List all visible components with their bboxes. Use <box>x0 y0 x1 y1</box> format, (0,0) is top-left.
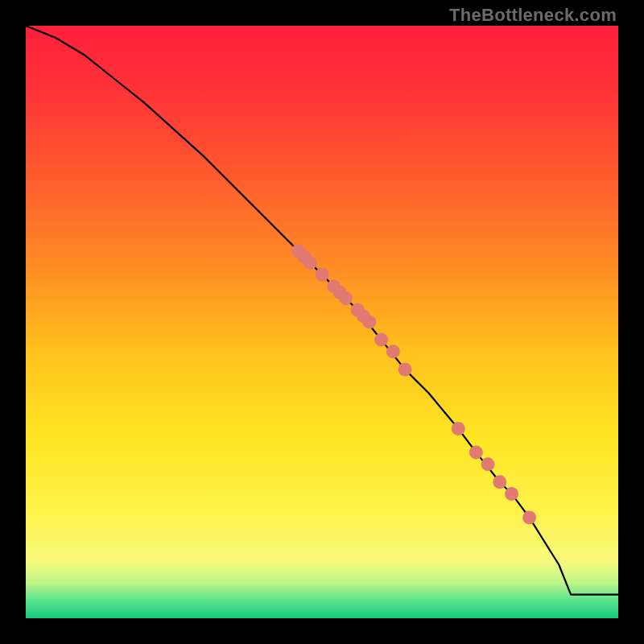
plot-area <box>26 26 618 618</box>
chart-svg <box>26 26 618 618</box>
data-point <box>339 291 353 305</box>
data-point <box>505 487 518 501</box>
data-point <box>303 256 317 270</box>
chart-frame: TheBottleneck.com <box>0 0 644 644</box>
gradient-background <box>26 26 618 618</box>
data-point <box>522 510 536 524</box>
watermark-label: TheBottleneck.com <box>449 5 617 26</box>
data-point <box>362 316 376 329</box>
data-point <box>452 422 465 436</box>
data-point <box>493 475 506 489</box>
data-point <box>386 345 400 358</box>
data-point <box>374 333 388 347</box>
data-point <box>398 362 412 376</box>
data-point <box>316 268 329 282</box>
data-point <box>469 445 483 459</box>
data-point <box>481 457 495 471</box>
